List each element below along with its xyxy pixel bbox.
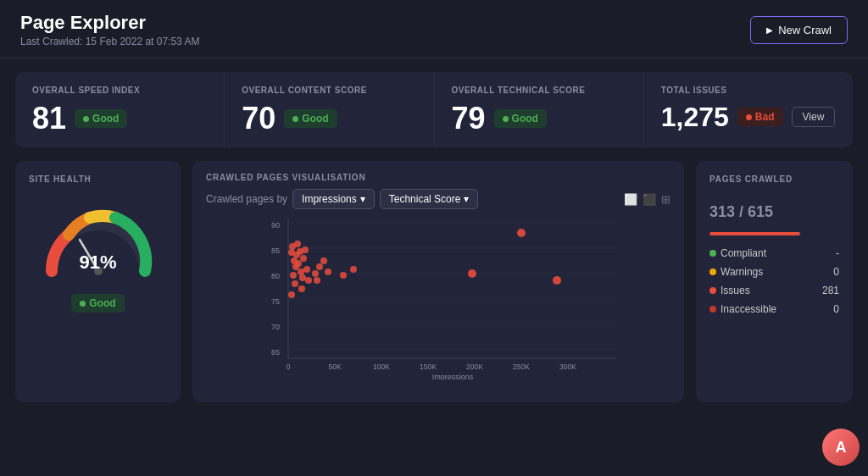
metric-label-technical: OVERALL TECHNICAL SCORE (452, 86, 626, 95)
bottom-row: SITE HEALTH 91% (15, 161, 853, 402)
metric-value-row-speed: 81 Good (32, 103, 207, 134)
svg-text:150K: 150K (420, 363, 437, 371)
stat-label: Inaccessible (709, 303, 776, 315)
metric-badge-technical: Good (494, 109, 547, 128)
view-issues-button[interactable]: View (792, 107, 836, 127)
download-icon[interactable]: ⊞ (661, 193, 670, 206)
header: Page Explorer Last Crawled: 15 Feb 2022 … (0, 0, 868, 58)
pages-stat-row: Compliant- (709, 247, 839, 259)
technical-score-dropdown[interactable]: Technical Score ▾ (380, 189, 479, 209)
pages-stats: Compliant-Warnings0Issues281Inaccessible… (709, 247, 839, 315)
svg-text:75: 75 (271, 297, 280, 306)
last-crawled: Last Crawled: 15 Feb 2022 at 07:53 AM (20, 36, 199, 47)
svg-point-38 (303, 266, 310, 273)
svg-point-50 (517, 229, 526, 237)
svg-point-30 (295, 260, 302, 267)
scatter-svg: 90 85 80 75 70 65 0 50K 100K (206, 214, 670, 379)
site-health-panel: SITE HEALTH 91% (15, 161, 181, 402)
svg-point-42 (312, 270, 319, 277)
metric-value-technical: 79 (452, 103, 486, 134)
metric-dot-speed (83, 116, 89, 122)
stat-dot (709, 306, 716, 313)
stat-value: 281 (822, 285, 839, 296)
metric-dot-technical (503, 116, 509, 122)
metric-label-speed: OVERALL SPEED INDEX (32, 86, 207, 95)
pages-stat-row: Inaccessible0 (709, 303, 839, 315)
header-left: Page Explorer Last Crawled: 15 Feb 2022 … (20, 12, 199, 47)
avatar[interactable]: A (822, 429, 860, 466)
svg-point-33 (298, 268, 304, 275)
viz-icons: ⬜ ⬛ ⊞ (624, 193, 670, 206)
metric-badge-issues: Bad (737, 108, 783, 126)
pages-crawled-count: 313 / 615 (709, 192, 839, 224)
gauge-percent: 91% (79, 252, 116, 274)
viz-title: CRAWLED PAGES VISUALISATION (206, 173, 365, 182)
metric-value-row-content: 70 Good (242, 103, 416, 134)
svg-point-28 (290, 272, 297, 279)
metrics-row: OVERALL SPEED INDEX81 GoodOVERALL CONTEN… (15, 72, 853, 147)
viz-header: CRAWLED PAGES VISUALISATION (206, 173, 670, 182)
metric-label-issues: TOTAL ISSUES (661, 86, 836, 95)
metric-card-content: OVERALL CONTENT SCORE70 Good (225, 72, 434, 147)
svg-point-36 (299, 274, 306, 281)
copy-icon[interactable]: ⬜ (624, 193, 637, 206)
svg-point-45 (320, 257, 327, 264)
svg-text:80: 80 (271, 272, 280, 280)
metric-value-row-technical: 79 Good (452, 103, 626, 134)
svg-point-40 (298, 285, 305, 292)
stat-label: Warnings (709, 266, 763, 278)
metric-value-row-issues: 1,275 BadView (661, 103, 836, 130)
site-health-status: Good (71, 294, 124, 313)
svg-text:90: 90 (271, 221, 280, 230)
stat-label: Issues (709, 285, 750, 296)
pages-stat-row: Issues281 (709, 285, 839, 296)
svg-point-39 (288, 291, 295, 298)
metric-card-speed: OVERALL SPEED INDEX81 Good (15, 72, 225, 147)
stat-dot (709, 250, 716, 257)
svg-point-49 (468, 269, 476, 278)
impressions-dropdown[interactable]: Impressions ▾ (292, 189, 375, 209)
svg-point-35 (300, 255, 307, 262)
metric-label-content: OVERALL CONTENT SCORE (242, 86, 416, 95)
svg-text:85: 85 (271, 246, 280, 255)
pages-crawled-panel: PAGES CRAWLED 313 / 615 Compliant-Warnin… (696, 161, 853, 402)
svg-text:65: 65 (271, 348, 280, 357)
new-crawl-button[interactable]: ▶ New Crawl (750, 16, 848, 44)
play-icon: ▶ (766, 25, 773, 35)
svg-point-48 (350, 266, 357, 273)
site-health-dot (80, 301, 86, 307)
viz-controls: Crawled pages by Impressions ▾ Technical… (206, 189, 670, 209)
stat-dot (709, 268, 716, 275)
metric-card-technical: OVERALL TECHNICAL SCORE79 Good (435, 72, 644, 147)
site-health-label: SITE HEALTH (29, 174, 92, 184)
new-crawl-label: New Crawl (778, 24, 832, 36)
pages-crawled-label: PAGES CRAWLED (709, 174, 839, 184)
metric-dot-issues (746, 114, 752, 120)
stat-value: - (836, 247, 839, 259)
svg-point-51 (553, 276, 561, 285)
svg-text:250K: 250K (513, 363, 530, 371)
metric-badge-speed: Good (75, 109, 127, 128)
gauge-container: 91% (39, 199, 158, 284)
svg-text:70: 70 (271, 323, 280, 331)
svg-text:Impressions: Impressions (432, 373, 474, 379)
stat-label: Compliant (709, 247, 766, 259)
svg-point-43 (316, 263, 323, 270)
gauge-badge: Good (71, 294, 124, 313)
stat-value: 0 (833, 303, 839, 315)
svg-point-37 (302, 246, 309, 253)
svg-point-47 (340, 272, 347, 279)
scatter-chart: 90 85 80 75 70 65 0 50K 100K (206, 214, 670, 379)
metric-badge-content: Good (284, 109, 337, 128)
pages-progress-bar (709, 232, 800, 235)
svg-text:100K: 100K (373, 363, 390, 371)
page-title: Page Explorer (20, 12, 199, 34)
crawled-by-label: Crawled pages by (206, 193, 287, 205)
viz-panel: CRAWLED PAGES VISUALISATION Crawled page… (192, 161, 684, 402)
stat-dot (709, 287, 716, 294)
svg-point-34 (294, 241, 301, 247)
svg-point-41 (305, 277, 312, 284)
svg-text:200K: 200K (466, 363, 483, 371)
expand-icon[interactable]: ⬛ (643, 193, 656, 206)
metric-dot-content (292, 116, 298, 122)
